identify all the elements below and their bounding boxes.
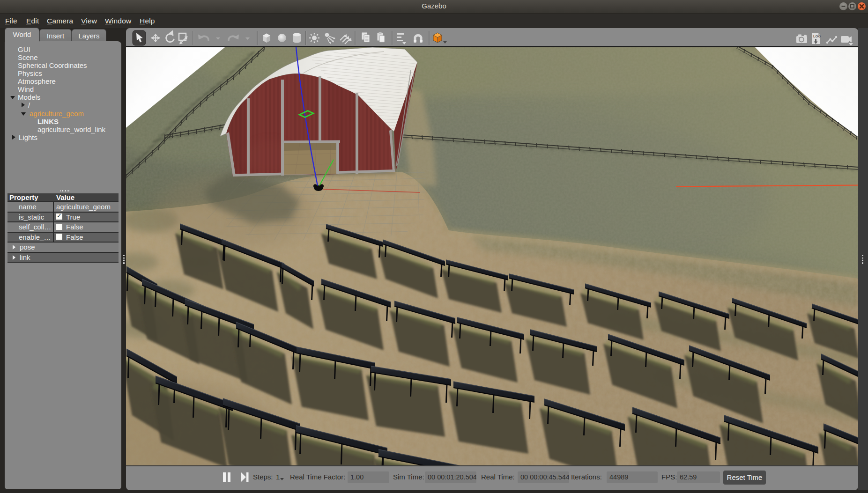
svg-text:LOG: LOG <box>813 34 821 38</box>
